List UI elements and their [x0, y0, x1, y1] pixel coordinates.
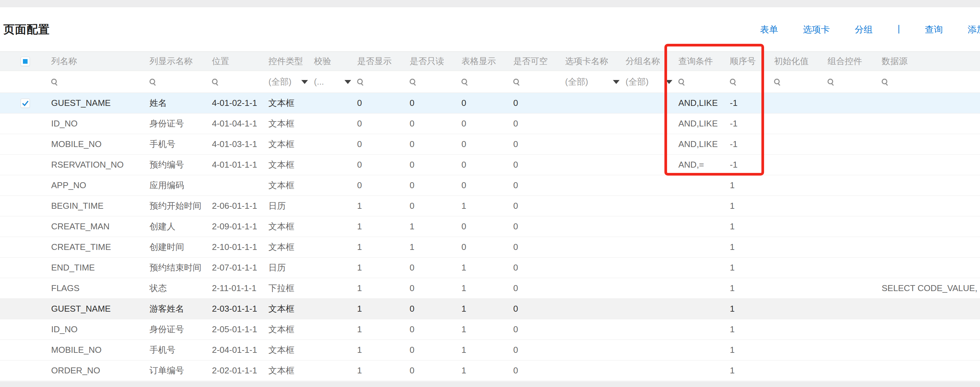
cell-select[interactable] [0, 258, 51, 278]
cell-valid [314, 278, 357, 299]
table-row[interactable]: FLAGS状态2-11-01-1-1下拉框10101SELECT CODE_VA… [0, 278, 980, 299]
column-header-init[interactable]: 初始化值 [774, 52, 827, 71]
filter-select-tab[interactable]: (全部) [565, 76, 625, 87]
form-link[interactable]: 表单 [760, 24, 778, 35]
filter-table_show-input[interactable] [461, 71, 513, 93]
column-header-control[interactable]: 控件类型 [269, 52, 314, 71]
cell-select[interactable] [0, 278, 51, 299]
filter-group-input[interactable]: (全部) [625, 71, 678, 93]
filter-select-group[interactable]: (全部) [625, 76, 678, 87]
column-header-query[interactable]: 查询条件 [678, 52, 730, 71]
cell-control: 文本框 [269, 175, 314, 196]
cell-select[interactable] [0, 114, 51, 134]
cell-name: GUEST_NAME [51, 93, 150, 114]
table-row[interactable]: MOBILE_NO手机号4-01-03-1-1文本框0000AND,LIKE-1 [0, 134, 980, 155]
cell-position: 2-07-01-1-1 [212, 258, 269, 278]
cell-select[interactable] [0, 134, 51, 155]
cell-seq: 1 [730, 258, 774, 278]
column-header-group[interactable]: 分组名称 [625, 52, 678, 71]
table-row[interactable]: MOBILE_NO手机号2-04-01-1-1文本框10101 [0, 340, 980, 360]
cell-select[interactable] [0, 216, 51, 237]
column-header-seq[interactable]: 顺序号 [730, 52, 774, 71]
cell-select[interactable] [0, 299, 51, 319]
select-all-checkbox[interactable] [21, 57, 30, 66]
cell-select[interactable] [0, 340, 51, 360]
cell-display: 身份证号 [150, 114, 212, 134]
table-row[interactable]: ID_NO身份证号4-01-04-1-1文本框0000AND,LIKE-1 [0, 114, 980, 134]
cell-group [625, 299, 678, 319]
table-row[interactable]: RSERVATION_NO预约编号4-01-01-1-1文本框0000AND,=… [0, 155, 980, 175]
table-row[interactable]: BEGIN_TIME预约开始时间2-06-01-1-1日历10101 [0, 196, 980, 216]
filter-show-input[interactable] [357, 71, 410, 93]
tabs-link[interactable]: 选项卡 [803, 24, 830, 35]
cell-seq: 1 [730, 175, 774, 196]
filter-select-valid[interactable]: (... [314, 77, 357, 87]
cell-init [774, 134, 827, 155]
filter-select-control[interactable]: (全部) [269, 76, 314, 87]
column-header-show[interactable]: 是否显示 [357, 52, 410, 71]
column-header-position[interactable]: 位置 [212, 52, 269, 71]
table-row[interactable]: CREATE_MAN创建人2-09-01-1-1文本框11001 [0, 216, 980, 237]
table-row[interactable]: GUEST_NAME姓名4-01-02-1-1文本框0000AND,LIKE-1 [0, 93, 980, 114]
column-header-valid[interactable]: 校验 [314, 52, 357, 71]
filter-combo-input[interactable] [827, 71, 882, 93]
cell-valid [314, 299, 357, 319]
table-row[interactable]: END_TIME预约结束时间2-07-01-1-1日历10101 [0, 258, 980, 278]
table-row[interactable]: APP_NO应用编码文本框00001 [0, 175, 980, 196]
column-header-label: 组合控件 [827, 56, 862, 66]
filter-readonly-input[interactable] [410, 71, 461, 93]
column-header-combo[interactable]: 组合控件 [827, 52, 882, 71]
cell-init [774, 278, 827, 299]
cell-select[interactable] [0, 93, 51, 114]
cell-select[interactable] [0, 175, 51, 196]
table-row[interactable]: CREATE_TIME创建时间2-10-01-1-1文本框11001 [0, 237, 980, 258]
cell-seq: 1 [730, 319, 774, 340]
filter-position-input[interactable] [212, 71, 269, 93]
column-header-tab[interactable]: 选项卡名称 [565, 52, 625, 71]
filter-tab-input[interactable]: (全部) [565, 71, 625, 93]
row-checkbox[interactable] [21, 98, 30, 108]
column-header-nullable[interactable]: 是否可空 [513, 52, 565, 71]
filter-datasource-input[interactable] [882, 71, 980, 93]
table-row[interactable]: GUEST_NAME游客姓名2-03-01-1-1文本框10101 [0, 299, 980, 319]
column-header-display[interactable]: 列显示名称 [150, 52, 212, 71]
filter-select-value: (... [314, 77, 324, 87]
cell-position: 4-01-02-1-1 [212, 93, 269, 114]
table-row[interactable]: ID_NO身份证号2-05-01-1-1文本框10101 [0, 319, 980, 340]
cell-display: 应用编码 [150, 175, 212, 196]
filter-name-input[interactable] [51, 71, 150, 93]
column-header-table_show[interactable]: 表格显示 [461, 52, 513, 71]
add-link[interactable]: 添加 [968, 24, 980, 35]
cell-display: 预约开始时间 [150, 196, 212, 216]
column-header-datasource[interactable]: 数据源 [882, 52, 980, 71]
cell-select[interactable] [0, 360, 51, 381]
cell-name: ID_NO [51, 114, 150, 134]
search-icon [410, 79, 415, 84]
cell-select[interactable] [0, 319, 51, 340]
column-header-label: 选项卡名称 [565, 56, 608, 66]
group-link[interactable]: 分组 [855, 24, 873, 35]
column-header-readonly[interactable]: 是否只读 [410, 52, 461, 71]
table-row[interactable]: ORDER_NO订单编号2-02-01-1-1文本框10101 [0, 360, 980, 381]
cell-tab [565, 196, 625, 216]
cell-position: 2-10-01-1-1 [212, 237, 269, 258]
filter-init-input[interactable] [774, 71, 827, 93]
cell-select[interactable] [0, 196, 51, 216]
filter-nullable-input[interactable] [513, 71, 565, 93]
filter-query-input[interactable] [678, 71, 730, 93]
cell-display: 订单编号 [150, 360, 212, 381]
query-link[interactable]: 查询 [925, 24, 943, 35]
filter-valid-input[interactable]: (... [314, 71, 357, 93]
cell-name: ORDER_NO [51, 360, 150, 381]
column-header-label: 数据源 [882, 56, 908, 66]
column-header-name[interactable]: 列名称 [51, 52, 150, 71]
filter-control-input[interactable]: (全部) [269, 71, 314, 93]
cell-display: 预约编号 [150, 155, 212, 175]
filter-display-input[interactable] [150, 71, 212, 93]
filter-seq-input[interactable] [730, 71, 774, 93]
cell-name: GUEST_NAME [51, 299, 150, 319]
cell-select[interactable] [0, 155, 51, 175]
search-icon [827, 79, 833, 84]
cell-datasource [882, 360, 980, 381]
cell-select[interactable] [0, 237, 51, 258]
